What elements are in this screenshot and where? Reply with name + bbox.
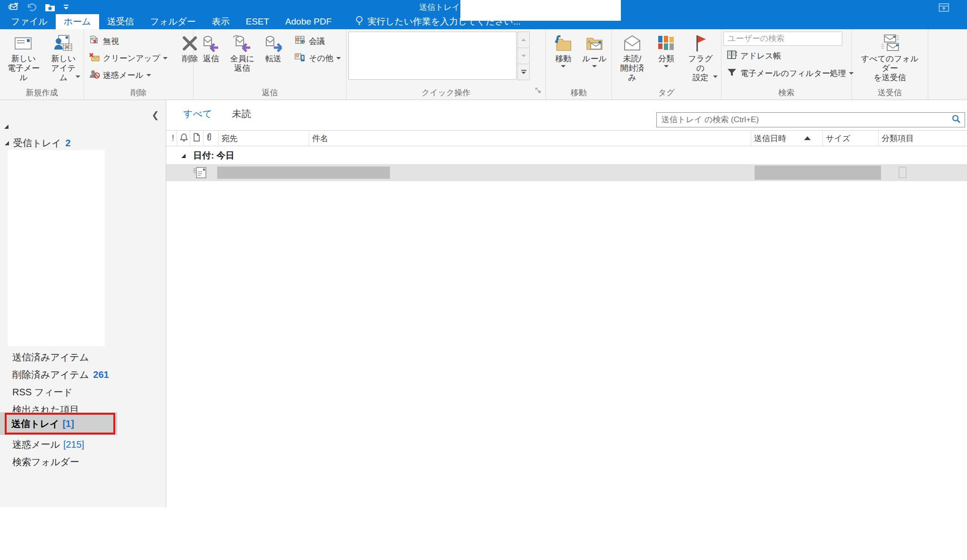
window-title: 送信トレイ xyxy=(419,2,460,13)
sort-ascending-icon xyxy=(804,136,811,140)
column-reminder[interactable] xyxy=(177,131,190,146)
date-group-header[interactable]: 日付: 今日 xyxy=(166,147,967,164)
sidebar-item-outbox[interactable]: 送信トレイ [1] xyxy=(5,413,115,435)
column-header-row: ! 宛先 件名 送信日時 サイズ 分類項目 xyxy=(166,130,967,146)
ribbon: 新しい 電子メール 新しい アイテム 新規作成 xyxy=(0,29,967,100)
forward-icon xyxy=(263,33,284,54)
sidebar-item-junk[interactable]: 迷惑メール [215] xyxy=(0,437,166,451)
meeting-icon xyxy=(294,35,306,48)
paperclip-icon xyxy=(206,133,212,144)
column-sent-date[interactable]: 送信日時 xyxy=(751,131,823,146)
rules-button[interactable]: ルール xyxy=(579,31,610,67)
column-item-type[interactable] xyxy=(190,131,203,146)
ignore-label: 無視 xyxy=(103,36,119,47)
title-bar: 送信トレイ xyxy=(0,0,967,14)
undo-icon[interactable] xyxy=(26,2,37,12)
date-group-label: 日付: 今日 xyxy=(193,150,235,162)
account-expand-icon[interactable] xyxy=(4,125,8,129)
customize-quick-access-icon[interactable] xyxy=(63,4,69,10)
address-book-button[interactable]: アドレス帳 xyxy=(723,48,857,63)
group-label-respond: 返信 xyxy=(195,87,344,100)
new-items-button[interactable]: 新しい アイテム xyxy=(45,31,82,83)
ignore-icon xyxy=(89,35,100,47)
tab-home[interactable]: ホーム xyxy=(56,14,99,29)
group-label-new: 新規作成 xyxy=(2,87,82,100)
tab-view[interactable]: 表示 xyxy=(204,14,238,29)
send-receive-envelopes-icon xyxy=(878,33,902,54)
forward-button[interactable]: 転送 xyxy=(258,31,289,64)
junk-label: 迷惑メール xyxy=(103,70,144,81)
follow-up-button[interactable]: フラグの 設定 xyxy=(682,31,719,83)
tab-eset[interactable]: ESET xyxy=(238,14,277,29)
ribbon-display-options-icon[interactable] xyxy=(938,2,950,15)
meeting-button[interactable]: 会議 xyxy=(291,33,344,50)
quick-steps-scroll-down[interactable] xyxy=(517,48,530,64)
column-importance[interactable]: ! xyxy=(166,131,177,146)
tab-folder[interactable]: フォルダー xyxy=(142,14,204,29)
filter-tab-all[interactable]: すべて xyxy=(183,108,212,120)
reply-all-button[interactable]: 全員に 返信 xyxy=(227,31,258,73)
junk-button[interactable]: 迷惑メール xyxy=(86,67,170,84)
sidebar-item-sent[interactable]: 送信済みアイテム xyxy=(0,350,166,364)
sidebar-item-deleted[interactable]: 削除済みアイテム 261 xyxy=(0,368,166,382)
send-receive-icon[interactable] xyxy=(8,2,19,12)
dropdown-arrow-icon xyxy=(146,74,151,76)
column-size[interactable]: サイズ xyxy=(823,131,878,146)
filter-email-button[interactable]: 電子メールのフィルター処理 xyxy=(723,66,857,81)
filter-tab-unread[interactable]: 未読 xyxy=(232,108,251,120)
reply-button[interactable]: 返信 xyxy=(195,31,227,64)
open-envelope-icon xyxy=(622,33,643,54)
favorites-folder-icon[interactable] xyxy=(44,2,56,12)
collapse-folder-pane-icon[interactable]: ❮ xyxy=(152,109,159,120)
search-icon[interactable] xyxy=(951,114,961,125)
dropdown-arrow-icon xyxy=(163,57,168,59)
dropdown-arrow-icon xyxy=(592,65,597,67)
send-receive-all-button[interactable]: すべてのフォルダー を送受信 xyxy=(854,31,926,83)
column-to[interactable]: 宛先 xyxy=(218,131,309,146)
column-subject[interactable]: 件名 xyxy=(309,131,751,146)
move-folder-icon xyxy=(553,33,574,54)
outlook-window: 送信トレイ ファイル ホーム 送受信 フォルダー 表示 ESET Adobe P… xyxy=(0,0,967,560)
column-attachment[interactable] xyxy=(203,131,218,146)
quick-steps-more[interactable] xyxy=(517,64,530,80)
search-mail-box[interactable] xyxy=(656,112,965,127)
quick-steps-gallery[interactable] xyxy=(348,32,517,80)
message-row[interactable] xyxy=(166,164,967,181)
search-people-input[interactable] xyxy=(723,32,842,46)
unread-read-button[interactable]: 未読/ 開封済み xyxy=(614,31,651,83)
message-list-pane: すべて 未読 ! 宛先 件 xyxy=(166,100,967,507)
outbox-label: 送信トレイ xyxy=(11,418,59,430)
flag-placeholder-icon[interactable] xyxy=(899,167,907,178)
im-phone-icon xyxy=(294,52,306,65)
address-book-icon xyxy=(726,50,738,62)
categorize-button[interactable]: 分類 xyxy=(651,31,682,67)
cleanup-button[interactable]: クリーンアップ xyxy=(86,50,170,67)
tab-send-receive[interactable]: 送受信 xyxy=(99,14,142,29)
search-mail-input[interactable] xyxy=(657,115,951,125)
categorize-icon xyxy=(656,33,676,54)
quick-steps-scroll-up[interactable] xyxy=(517,32,530,48)
reply-icon xyxy=(200,33,222,54)
junk-label: 迷惑メール xyxy=(12,438,60,451)
deleted-count: 261 xyxy=(93,369,109,380)
redacted-account-name xyxy=(460,0,621,21)
tab-file[interactable]: ファイル xyxy=(3,14,56,29)
sidebar-item-inbox[interactable]: 受信トレイ 2 xyxy=(0,136,166,150)
address-book-label: アドレス帳 xyxy=(740,50,781,61)
sidebar-item-rss[interactable]: RSS フィード xyxy=(0,385,166,399)
tab-adobe-pdf[interactable]: Adobe PDF xyxy=(277,14,339,29)
ignore-button[interactable]: 無視 xyxy=(86,33,170,50)
inbox-expand-icon xyxy=(5,141,9,145)
more-respond-button[interactable]: その他 xyxy=(291,50,344,67)
dialog-launcher-icon[interactable] xyxy=(535,86,542,97)
inbox-label: 受信トレイ xyxy=(13,137,61,150)
new-email-icon xyxy=(13,33,34,54)
group-label-tags: タグ xyxy=(614,87,719,100)
group-expand-icon xyxy=(181,154,186,158)
sidebar-item-search-folders[interactable]: 検索フォルダー xyxy=(0,455,166,469)
move-button[interactable]: 移動 xyxy=(548,31,579,67)
column-categories[interactable]: 分類項目 xyxy=(878,131,967,146)
new-email-button[interactable]: 新しい 電子メール xyxy=(2,31,45,83)
ribbon-group-respond: 返信 全員に 返信 転送 xyxy=(194,29,347,100)
junk-count: [215] xyxy=(63,439,84,450)
